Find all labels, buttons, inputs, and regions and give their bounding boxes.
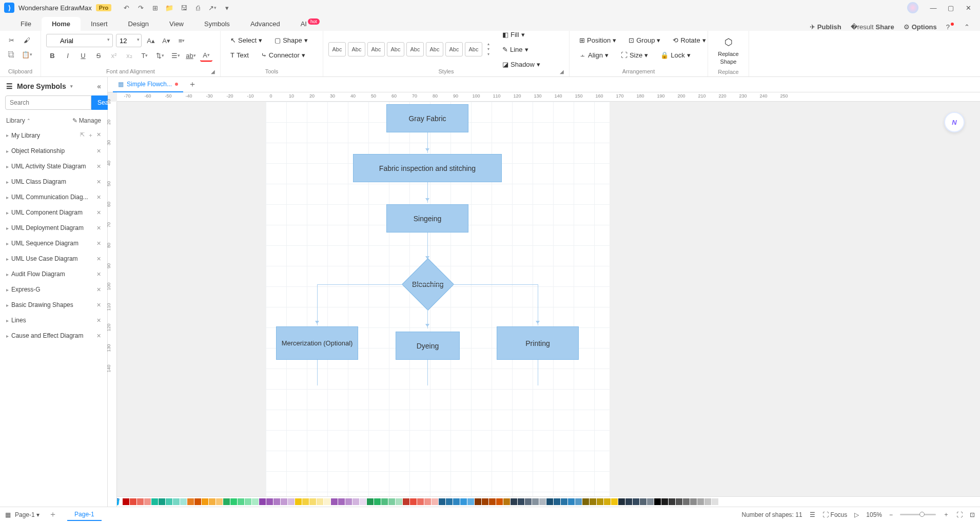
color-swatch[interactable] xyxy=(352,498,359,505)
color-swatch[interactable] xyxy=(475,498,481,505)
lock-button[interactable]: 🔒 Lock ▾ xyxy=(656,49,695,62)
library-item[interactable]: ▸Express-G✕ xyxy=(0,282,107,297)
connector[interactable] xyxy=(538,360,538,385)
add-icon[interactable]: ＋ xyxy=(88,131,93,139)
color-swatch[interactable] xyxy=(690,498,697,505)
color-swatch[interactable] xyxy=(590,498,596,505)
color-swatch[interactable] xyxy=(295,498,302,505)
color-swatch[interactable] xyxy=(230,498,237,505)
color-swatch[interactable] xyxy=(719,498,726,505)
color-swatch[interactable] xyxy=(611,498,618,505)
style-gallery-expand[interactable]: ▾ xyxy=(487,52,489,56)
color-swatch[interactable] xyxy=(496,498,503,505)
color-swatch[interactable] xyxy=(568,498,575,505)
color-swatch[interactable] xyxy=(309,498,316,505)
color-swatch[interactable] xyxy=(281,498,287,505)
color-swatch[interactable] xyxy=(511,498,517,505)
strikethrough-button[interactable]: S xyxy=(92,49,105,62)
canvas[interactable]: Gray Fabric Fabric inspection and stitch… xyxy=(117,102,980,496)
close-icon[interactable]: ✕ xyxy=(96,194,101,201)
connector[interactable] xyxy=(427,360,428,385)
library-item[interactable]: ▸My Library⇱＋✕ xyxy=(0,127,107,143)
library-item[interactable]: ▸UML Deployment Diagram✕ xyxy=(0,220,107,236)
present-button[interactable]: ▷ xyxy=(854,511,859,518)
symbol-search-input[interactable] xyxy=(5,95,91,110)
redo-button[interactable]: ↷ xyxy=(136,3,145,12)
color-swatch[interactable] xyxy=(633,498,639,505)
color-swatch[interactable] xyxy=(396,498,402,505)
color-swatch[interactable] xyxy=(130,498,136,505)
color-swatch[interactable] xyxy=(388,498,395,505)
color-swatch[interactable] xyxy=(216,498,223,505)
library-item[interactable]: ▸UML Use Case Diagram✕ xyxy=(0,251,107,266)
library-label[interactable]: Library xyxy=(6,117,25,124)
color-swatch[interactable] xyxy=(489,498,496,505)
color-swatch[interactable] xyxy=(288,498,295,505)
increase-font-button[interactable]: A▴ xyxy=(145,34,157,47)
page[interactable]: Gray Fabric Fabric inspection and stitch… xyxy=(266,102,610,496)
color-swatch[interactable] xyxy=(539,498,546,505)
color-swatch[interactable] xyxy=(460,498,467,505)
tab-insert[interactable]: Insert xyxy=(81,17,118,31)
style-scroll-up[interactable]: ▴ xyxy=(487,42,489,46)
connector[interactable] xyxy=(317,360,318,385)
color-swatch[interactable] xyxy=(202,498,208,505)
layers-button[interactable]: ☰ xyxy=(810,511,815,518)
close-icon[interactable]: ✕ xyxy=(96,148,101,154)
share-button[interactable]: �result Share xyxy=(851,23,894,31)
color-swatch[interactable] xyxy=(159,498,165,505)
bullet-list-button[interactable]: ☰ xyxy=(169,49,182,62)
color-swatch[interactable] xyxy=(417,498,424,505)
zoom-slider[interactable] xyxy=(900,514,936,515)
close-icon[interactable]: ✕ xyxy=(96,286,101,293)
copy-button[interactable]: ⿻ xyxy=(5,48,17,61)
color-swatch[interactable] xyxy=(654,498,661,505)
flowchart-node-3[interactable]: Singeing xyxy=(386,204,468,233)
color-swatch[interactable] xyxy=(144,498,151,505)
color-swatch[interactable] xyxy=(187,498,194,505)
new-tab-button[interactable]: ＋ xyxy=(188,79,197,90)
color-swatch[interactable] xyxy=(661,498,668,505)
flowchart-node-1[interactable]: Gray Fabric xyxy=(386,104,468,132)
line-spacing-button[interactable]: ⇅ xyxy=(154,49,166,62)
color-swatch[interactable] xyxy=(245,498,251,505)
tab-ai[interactable]: AIhot xyxy=(290,17,330,31)
library-item[interactable]: ▸UML Activity State Diagram✕ xyxy=(0,159,107,174)
close-icon[interactable]: ✕ xyxy=(96,240,101,247)
cut-button[interactable]: ✂ xyxy=(5,34,17,46)
style-scroll-down[interactable]: ▾ xyxy=(487,47,489,51)
color-swatch[interactable] xyxy=(503,498,510,505)
manage-library-button[interactable]: ✎ Manage xyxy=(72,117,101,124)
close-icon[interactable]: ✕ xyxy=(96,317,101,324)
tab-advanced[interactable]: Advanced xyxy=(240,17,290,31)
color-swatch[interactable] xyxy=(410,498,417,505)
color-swatch[interactable] xyxy=(618,498,625,505)
superscript-button[interactable]: x² xyxy=(108,49,120,62)
style-gallery[interactable]: Abc Abc Abc Abc Abc Abc Abc Abc xyxy=(328,42,482,56)
zoom-in-button[interactable]: ＋ xyxy=(943,510,949,519)
flowchart-node-5[interactable]: Mercerization (Optional) xyxy=(276,326,358,360)
line-button[interactable]: ✎ Line ▾ xyxy=(498,43,545,56)
flowchart-node-7[interactable]: Printing xyxy=(497,326,579,360)
color-swatch[interactable] xyxy=(640,498,646,505)
page-tab[interactable]: Page-1 xyxy=(67,509,102,521)
styles-dialog-launcher[interactable]: ◢ xyxy=(560,69,564,74)
color-swatch[interactable] xyxy=(238,498,244,505)
minimize-button[interactable]: — xyxy=(926,2,941,14)
library-item[interactable]: ▸Cause and Effect Diagram✕ xyxy=(0,328,107,343)
color-swatch[interactable] xyxy=(266,498,273,505)
shape-tool[interactable]: ▢ Shape ▾ xyxy=(270,34,312,47)
color-swatch[interactable] xyxy=(194,498,201,505)
color-swatch[interactable] xyxy=(424,498,431,505)
export-button[interactable]: ↗ xyxy=(208,3,217,12)
color-swatch[interactable] xyxy=(123,498,129,505)
user-avatar[interactable] xyxy=(907,2,918,13)
color-swatch[interactable] xyxy=(338,498,345,505)
zoom-out-button[interactable]: − xyxy=(889,511,893,518)
new-button[interactable]: ⊞ xyxy=(150,3,160,12)
color-swatch[interactable] xyxy=(697,498,704,505)
page-selector[interactable]: Page-1 ▾ xyxy=(15,511,40,518)
replace-shape-button[interactable]: ⬡ Replace Shape xyxy=(713,34,743,68)
color-swatch[interactable] xyxy=(582,498,589,505)
close-icon[interactable]: ✕ xyxy=(96,163,101,170)
